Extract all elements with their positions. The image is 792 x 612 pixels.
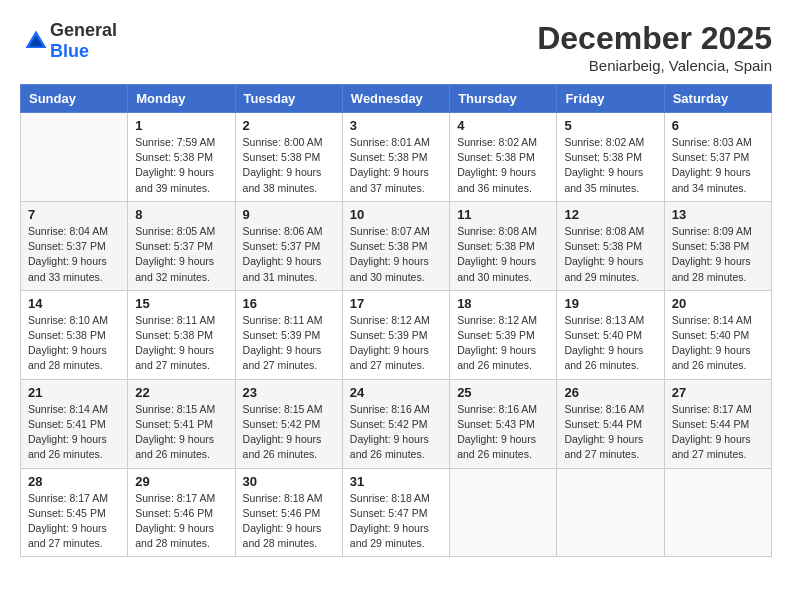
day-info: Sunrise: 8:04 AM Sunset: 5:37 PM Dayligh…: [28, 224, 120, 285]
calendar-body: 1Sunrise: 7:59 AM Sunset: 5:38 PM Daylig…: [21, 113, 772, 557]
day-number: 7: [28, 207, 120, 222]
day-number: 28: [28, 474, 120, 489]
logo-general: General: [50, 20, 117, 40]
day-number: 1: [135, 118, 227, 133]
logo-blue: Blue: [50, 41, 89, 61]
day-info: Sunrise: 8:14 AM Sunset: 5:41 PM Dayligh…: [28, 402, 120, 463]
day-number: 24: [350, 385, 442, 400]
calendar-cell: 28Sunrise: 8:17 AM Sunset: 5:45 PM Dayli…: [21, 468, 128, 557]
day-number: 22: [135, 385, 227, 400]
calendar-header-row: SundayMondayTuesdayWednesdayThursdayFrid…: [21, 85, 772, 113]
day-number: 3: [350, 118, 442, 133]
day-number: 30: [243, 474, 335, 489]
calendar-cell: [450, 468, 557, 557]
day-number: 6: [672, 118, 764, 133]
day-number: 21: [28, 385, 120, 400]
title-block: December 2025 Beniarbeig, Valencia, Spai…: [537, 20, 772, 74]
day-number: 27: [672, 385, 764, 400]
day-info: Sunrise: 8:11 AM Sunset: 5:38 PM Dayligh…: [135, 313, 227, 374]
day-number: 16: [243, 296, 335, 311]
calendar-cell: 27Sunrise: 8:17 AM Sunset: 5:44 PM Dayli…: [664, 379, 771, 468]
logo-icon: [22, 27, 50, 55]
day-number: 13: [672, 207, 764, 222]
day-number: 5: [564, 118, 656, 133]
calendar-header-sunday: Sunday: [21, 85, 128, 113]
day-info: Sunrise: 8:06 AM Sunset: 5:37 PM Dayligh…: [243, 224, 335, 285]
day-number: 18: [457, 296, 549, 311]
calendar-cell: [664, 468, 771, 557]
day-info: Sunrise: 8:17 AM Sunset: 5:45 PM Dayligh…: [28, 491, 120, 552]
day-info: Sunrise: 8:16 AM Sunset: 5:42 PM Dayligh…: [350, 402, 442, 463]
month-title: December 2025: [537, 20, 772, 57]
day-info: Sunrise: 8:03 AM Sunset: 5:37 PM Dayligh…: [672, 135, 764, 196]
day-number: 29: [135, 474, 227, 489]
calendar-cell: 19Sunrise: 8:13 AM Sunset: 5:40 PM Dayli…: [557, 290, 664, 379]
day-info: Sunrise: 8:15 AM Sunset: 5:41 PM Dayligh…: [135, 402, 227, 463]
calendar-cell: 7Sunrise: 8:04 AM Sunset: 5:37 PM Daylig…: [21, 201, 128, 290]
calendar-cell: 5Sunrise: 8:02 AM Sunset: 5:38 PM Daylig…: [557, 113, 664, 202]
day-info: Sunrise: 8:18 AM Sunset: 5:46 PM Dayligh…: [243, 491, 335, 552]
day-info: Sunrise: 8:17 AM Sunset: 5:44 PM Dayligh…: [672, 402, 764, 463]
day-info: Sunrise: 8:07 AM Sunset: 5:38 PM Dayligh…: [350, 224, 442, 285]
day-number: 31: [350, 474, 442, 489]
day-number: 2: [243, 118, 335, 133]
calendar-cell: 6Sunrise: 8:03 AM Sunset: 5:37 PM Daylig…: [664, 113, 771, 202]
day-number: 8: [135, 207, 227, 222]
calendar-week-2: 7Sunrise: 8:04 AM Sunset: 5:37 PM Daylig…: [21, 201, 772, 290]
calendar-cell: 22Sunrise: 8:15 AM Sunset: 5:41 PM Dayli…: [128, 379, 235, 468]
calendar-cell: 16Sunrise: 8:11 AM Sunset: 5:39 PM Dayli…: [235, 290, 342, 379]
calendar-cell: [21, 113, 128, 202]
day-number: 17: [350, 296, 442, 311]
calendar-cell: 24Sunrise: 8:16 AM Sunset: 5:42 PM Dayli…: [342, 379, 449, 468]
day-number: 11: [457, 207, 549, 222]
calendar-cell: 20Sunrise: 8:14 AM Sunset: 5:40 PM Dayli…: [664, 290, 771, 379]
day-info: Sunrise: 7:59 AM Sunset: 5:38 PM Dayligh…: [135, 135, 227, 196]
calendar-cell: 30Sunrise: 8:18 AM Sunset: 5:46 PM Dayli…: [235, 468, 342, 557]
calendar-table: SundayMondayTuesdayWednesdayThursdayFrid…: [20, 84, 772, 557]
day-info: Sunrise: 8:02 AM Sunset: 5:38 PM Dayligh…: [457, 135, 549, 196]
day-info: Sunrise: 8:14 AM Sunset: 5:40 PM Dayligh…: [672, 313, 764, 374]
day-info: Sunrise: 8:05 AM Sunset: 5:37 PM Dayligh…: [135, 224, 227, 285]
day-info: Sunrise: 8:11 AM Sunset: 5:39 PM Dayligh…: [243, 313, 335, 374]
calendar-header-tuesday: Tuesday: [235, 85, 342, 113]
day-info: Sunrise: 8:02 AM Sunset: 5:38 PM Dayligh…: [564, 135, 656, 196]
calendar-cell: 29Sunrise: 8:17 AM Sunset: 5:46 PM Dayli…: [128, 468, 235, 557]
calendar-cell: 4Sunrise: 8:02 AM Sunset: 5:38 PM Daylig…: [450, 113, 557, 202]
calendar-cell: 9Sunrise: 8:06 AM Sunset: 5:37 PM Daylig…: [235, 201, 342, 290]
calendar-week-4: 21Sunrise: 8:14 AM Sunset: 5:41 PM Dayli…: [21, 379, 772, 468]
calendar-cell: 11Sunrise: 8:08 AM Sunset: 5:38 PM Dayli…: [450, 201, 557, 290]
calendar-week-1: 1Sunrise: 7:59 AM Sunset: 5:38 PM Daylig…: [21, 113, 772, 202]
day-number: 26: [564, 385, 656, 400]
day-info: Sunrise: 8:16 AM Sunset: 5:44 PM Dayligh…: [564, 402, 656, 463]
calendar-cell: 17Sunrise: 8:12 AM Sunset: 5:39 PM Dayli…: [342, 290, 449, 379]
calendar-week-3: 14Sunrise: 8:10 AM Sunset: 5:38 PM Dayli…: [21, 290, 772, 379]
calendar-cell: 15Sunrise: 8:11 AM Sunset: 5:38 PM Dayli…: [128, 290, 235, 379]
day-info: Sunrise: 8:09 AM Sunset: 5:38 PM Dayligh…: [672, 224, 764, 285]
calendar-header-thursday: Thursday: [450, 85, 557, 113]
day-info: Sunrise: 8:01 AM Sunset: 5:38 PM Dayligh…: [350, 135, 442, 196]
calendar-cell: 31Sunrise: 8:18 AM Sunset: 5:47 PM Dayli…: [342, 468, 449, 557]
calendar-cell: 13Sunrise: 8:09 AM Sunset: 5:38 PM Dayli…: [664, 201, 771, 290]
calendar-header-saturday: Saturday: [664, 85, 771, 113]
calendar-cell: 12Sunrise: 8:08 AM Sunset: 5:38 PM Dayli…: [557, 201, 664, 290]
calendar-cell: 14Sunrise: 8:10 AM Sunset: 5:38 PM Dayli…: [21, 290, 128, 379]
day-number: 19: [564, 296, 656, 311]
calendar-header-wednesday: Wednesday: [342, 85, 449, 113]
day-info: Sunrise: 8:00 AM Sunset: 5:38 PM Dayligh…: [243, 135, 335, 196]
calendar-cell: [557, 468, 664, 557]
location-title: Beniarbeig, Valencia, Spain: [537, 57, 772, 74]
day-info: Sunrise: 8:10 AM Sunset: 5:38 PM Dayligh…: [28, 313, 120, 374]
calendar-cell: 1Sunrise: 7:59 AM Sunset: 5:38 PM Daylig…: [128, 113, 235, 202]
day-number: 25: [457, 385, 549, 400]
day-info: Sunrise: 8:08 AM Sunset: 5:38 PM Dayligh…: [457, 224, 549, 285]
calendar-cell: 2Sunrise: 8:00 AM Sunset: 5:38 PM Daylig…: [235, 113, 342, 202]
day-number: 12: [564, 207, 656, 222]
calendar-cell: 3Sunrise: 8:01 AM Sunset: 5:38 PM Daylig…: [342, 113, 449, 202]
page-header: General Blue December 2025 Beniarbeig, V…: [20, 20, 772, 74]
day-info: Sunrise: 8:12 AM Sunset: 5:39 PM Dayligh…: [457, 313, 549, 374]
calendar-cell: 18Sunrise: 8:12 AM Sunset: 5:39 PM Dayli…: [450, 290, 557, 379]
day-number: 4: [457, 118, 549, 133]
day-number: 14: [28, 296, 120, 311]
day-number: 10: [350, 207, 442, 222]
day-info: Sunrise: 8:15 AM Sunset: 5:42 PM Dayligh…: [243, 402, 335, 463]
